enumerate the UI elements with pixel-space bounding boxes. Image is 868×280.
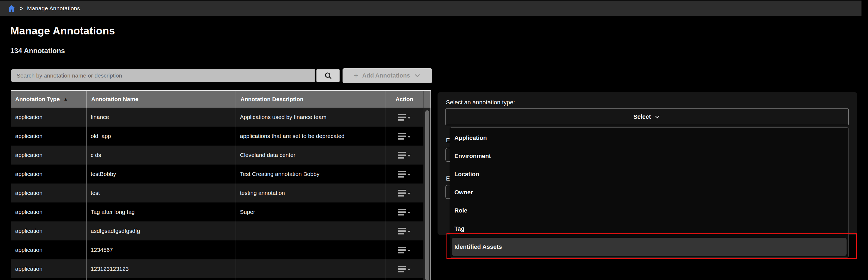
cell-annotation-type: application (11, 240, 86, 259)
add-annotations-label: Add Annotations (362, 72, 410, 79)
window-scrollbar-gutter (862, 0, 868, 16)
table-scrollbar-thumb[interactable] (425, 110, 429, 280)
table-row: application 123123123123 (11, 259, 431, 278)
cell-annotation-description: Test Creating annotation Bobby (236, 165, 385, 183)
cell-annotation-type: application (11, 108, 86, 127)
cell-annotation-type: application (11, 146, 86, 165)
cell-annotation-type: application (11, 203, 86, 221)
caret-down-icon (407, 117, 411, 119)
page-title: Manage Annotations (10, 25, 115, 37)
cell-annotation-name: old_app (86, 127, 236, 146)
chevron-down-icon (414, 72, 421, 79)
annotation-type-label: Select an annotation type: (446, 99, 515, 106)
table-row: application 1234567 (11, 240, 431, 259)
dropdown-option-environment[interactable]: Environment (450, 147, 848, 165)
chevron-down-icon (654, 113, 661, 120)
cell-annotation-type: application (11, 221, 86, 240)
annotation-type-dropdown: ApplicationEnvironmentLocationOwnerRoleT… (450, 128, 849, 257)
row-actions-menu-icon[interactable] (398, 247, 411, 253)
row-actions-menu-icon[interactable] (398, 133, 411, 140)
table-row: application finance Applications used by… (11, 108, 431, 127)
dropdown-option-owner[interactable]: Owner (450, 183, 848, 201)
caret-down-icon (407, 250, 411, 252)
table-row: application test testing annotation (11, 183, 431, 203)
cell-annotation-name: 1234567 (86, 240, 236, 259)
cell-annotation-name: asdfgsadfgsdfgsdfg (86, 221, 236, 240)
row-actions-menu-icon[interactable] (398, 152, 411, 159)
clipped-field-label-1: E (446, 137, 450, 144)
table-row: application c ds Cleveland data center (11, 146, 431, 165)
cell-annotation-name: test (86, 183, 236, 203)
column-header-annotation-name[interactable]: Annotation Name (86, 91, 236, 108)
table-body: application finance Applications used by… (11, 108, 431, 280)
row-actions-menu-icon[interactable] (398, 228, 411, 235)
caret-down-icon (407, 212, 411, 214)
cell-annotation-type: application (11, 259, 86, 278)
caret-down-icon (407, 174, 411, 176)
dropdown-option-tag[interactable]: Tag (450, 219, 848, 238)
search-button[interactable] (316, 69, 340, 82)
cell-annotation-type: application (11, 127, 86, 146)
table-scrollbar-track[interactable] (424, 108, 431, 280)
cell-annotation-description: applications that are set to be deprecat… (236, 127, 385, 146)
cell-annotation-description (236, 259, 385, 278)
column-header-annotation-type[interactable]: Annotation Type ▲ (11, 91, 86, 108)
dropdown-option-identified-assets[interactable]: Identified Assets (452, 238, 846, 256)
cell-annotation-description: testing annotation (236, 183, 385, 203)
dropdown-option-application[interactable]: Application (450, 129, 848, 147)
cell-annotation-description: Applications used by finance team (236, 108, 385, 127)
caret-down-icon (407, 269, 411, 271)
add-annotations-button[interactable]: + Add Annotations (343, 68, 432, 83)
row-actions-menu-icon[interactable] (398, 190, 411, 197)
plus-icon: + (354, 72, 359, 80)
breadcrumb: > Manage Annotations (0, 1, 862, 16)
cell-annotation-name: testBobby (86, 165, 236, 183)
row-actions-menu-icon[interactable] (398, 209, 411, 215)
cell-annotation-type: application (11, 183, 86, 203)
row-actions-menu-icon[interactable] (398, 114, 411, 120)
clipped-field-label-2: E (446, 175, 450, 182)
annotations-table: Annotation Type ▲ Annotation Name Annota… (11, 90, 431, 280)
table-row: application asdfgsadfgsdfgsdfg (11, 221, 431, 240)
table-row: application testBobby Test Creating anno… (11, 165, 431, 183)
cell-annotation-type: application (11, 165, 86, 183)
caret-down-icon (407, 193, 411, 195)
search-input[interactable] (11, 69, 315, 82)
cell-annotation-description: Cleveland data center (236, 146, 385, 165)
row-actions-menu-icon[interactable] (398, 266, 411, 272)
row-actions-menu-icon[interactable] (398, 171, 411, 178)
column-header-annotation-description[interactable]: Annotation Description (236, 91, 385, 108)
annotation-type-select[interactable]: Select (445, 108, 849, 125)
table-header-row: Annotation Type ▲ Annotation Name Annota… (11, 91, 431, 108)
cell-annotation-description (236, 221, 385, 240)
dropdown-option-role[interactable]: Role (450, 201, 848, 219)
cell-annotation-name: 123123123123 (86, 259, 236, 278)
table-row: application old_app applications that ar… (11, 127, 431, 146)
cell-annotation-description: Super (236, 203, 385, 221)
cell-annotation-description (236, 240, 385, 259)
table-row: application Tag after long tag Super (11, 203, 431, 221)
sort-ascending-icon: ▲ (63, 97, 68, 102)
column-header-action: Action (385, 91, 424, 108)
cell-annotation-name: finance (86, 108, 236, 127)
breadcrumb-separator: > (20, 5, 23, 12)
home-icon[interactable] (8, 4, 16, 12)
caret-down-icon (407, 155, 411, 157)
caret-down-icon (407, 136, 411, 138)
select-value: Select (633, 113, 651, 120)
column-header-scroll-spacer (424, 91, 431, 108)
cell-annotation-name: Tag after long tag (86, 203, 236, 221)
breadcrumb-current[interactable]: Manage Annotations (27, 5, 80, 12)
dropdown-option-location[interactable]: Location (450, 165, 848, 183)
annotation-count: 134 Annotations (10, 47, 65, 55)
search-icon (324, 72, 332, 80)
cell-annotation-name: c ds (86, 146, 236, 165)
caret-down-icon (407, 231, 411, 233)
